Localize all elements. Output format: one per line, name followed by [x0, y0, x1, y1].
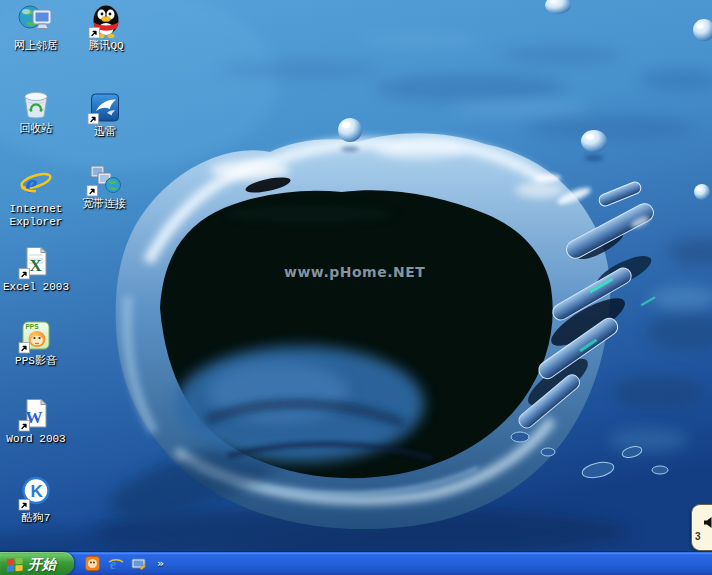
svg-text:K: K: [31, 482, 44, 501]
start-button[interactable]: 开始: [0, 552, 74, 575]
start-button-label: 开始: [28, 557, 56, 571]
desktop-icon-pps[interactable]: PPS PPS影音: [0, 318, 72, 368]
pps-icon: PPS: [18, 318, 54, 354]
internet-explorer-quicklaunch-icon[interactable]: e: [107, 555, 124, 572]
svg-text:X: X: [30, 256, 43, 275]
internet-explorer-icon: e: [18, 166, 54, 202]
water-splash-wallpaper: [0, 0, 712, 575]
desktop-icon-label: Internet Explorer: [1, 203, 71, 229]
word-icon: W: [18, 396, 54, 432]
desktop-icon-xunlei[interactable]: 迅雷: [69, 89, 141, 139]
desktop-icon-recycle-bin[interactable]: 回收站: [0, 86, 72, 136]
show-desktop-icon[interactable]: [130, 555, 147, 572]
quick-launch-overflow-chevron[interactable]: »: [157, 558, 164, 569]
desktop-icon-word-2003[interactable]: W Word 2003: [0, 396, 72, 446]
broadband-connection-icon: [86, 161, 122, 197]
svg-text:e: e: [25, 168, 37, 199]
xunlei-thunder-icon: [87, 89, 123, 125]
shortcut-arrow-badge: [19, 343, 30, 354]
taskbar: 开始 e: [0, 551, 712, 575]
desktop-icon-my-network-places[interactable]: 网上邻居: [0, 3, 72, 53]
desktop-icon-label: 腾讯QQ: [88, 40, 123, 53]
shortcut-arrow-badge: [19, 500, 30, 511]
desktop-icon-label: 酷狗7: [22, 512, 51, 525]
shortcut-arrow-badge: [19, 421, 30, 432]
desktop: www.pHome.NET 网上邻居: [0, 0, 712, 575]
desktop-icon-label: 网上邻居: [14, 40, 58, 53]
desktop-icon-label: 迅雷: [94, 126, 116, 139]
shortcut-arrow-badge: [19, 269, 30, 280]
tencent-qq-icon: [88, 3, 124, 39]
recycle-bin-icon: [18, 86, 54, 122]
kugou-icon: K: [18, 475, 54, 511]
shortcut-arrow-badge: [89, 28, 100, 39]
svg-text:PPS: PPS: [26, 323, 40, 330]
desktop-icon-label: 宽带连接: [82, 198, 126, 211]
shortcut-arrow-badge: [87, 186, 98, 197]
wallpaper-watermark: www.pHome.NET: [284, 265, 425, 279]
excel-icon: X: [18, 244, 54, 280]
desktop-icon-tencent-qq[interactable]: 腾讯QQ: [70, 3, 142, 53]
desktop-icon-internet-explorer[interactable]: e Internet Explorer: [0, 166, 72, 229]
desktop-icon-broadband-connection[interactable]: 宽带连接: [68, 161, 140, 211]
speaker-icon: [703, 516, 712, 529]
desktop-icon-label: PPS影音: [15, 355, 57, 368]
tray-popup-value: 3: [695, 532, 701, 542]
tray-popup[interactable]: 3: [691, 504, 712, 551]
desktop-icon-label: Excel 2003: [3, 281, 69, 294]
shortcut-arrow-badge: [88, 114, 99, 125]
pps-quicklaunch-icon[interactable]: [84, 555, 101, 572]
desktop-icon-excel-2003[interactable]: X Excel 2003: [0, 244, 72, 294]
my-network-places-icon: [18, 3, 54, 39]
desktop-icon-label: Word 2003: [6, 433, 65, 446]
quick-launch-bar: e »: [84, 555, 164, 572]
desktop-icon-label: 回收站: [20, 123, 53, 136]
desktop-icon-kugou-7[interactable]: K 酷狗7: [0, 475, 72, 525]
windows-logo-icon: [6, 556, 24, 572]
